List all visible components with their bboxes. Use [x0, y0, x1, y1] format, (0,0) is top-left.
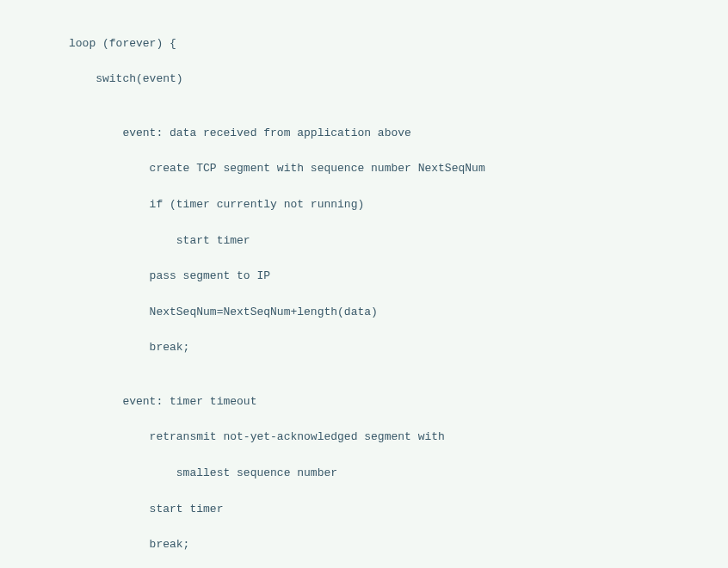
code-line: break; [69, 536, 694, 554]
code-line: start timer [69, 501, 694, 519]
code-line: retransmit not-yet-acknowledged segment … [69, 429, 694, 447]
code-line: NextSeqNum=NextSeqNum+length(data) [69, 304, 694, 322]
code-line: start timer [69, 232, 694, 250]
code-line: pass segment to IP [69, 268, 694, 286]
code-line: switch(event) [69, 71, 694, 89]
pseudocode-block: loop (forever) { switch(event) event: da… [69, 17, 694, 568]
code-line: event: timer timeout [69, 393, 694, 411]
code-line: if (timer currently not running) [69, 196, 694, 214]
code-line: loop (forever) { [69, 35, 694, 53]
code-line: create TCP segment with sequence number … [69, 160, 694, 178]
code-line: event: data received from application ab… [69, 125, 694, 143]
code-line: break; [69, 339, 694, 357]
code-line: smallest sequence number [69, 465, 694, 483]
